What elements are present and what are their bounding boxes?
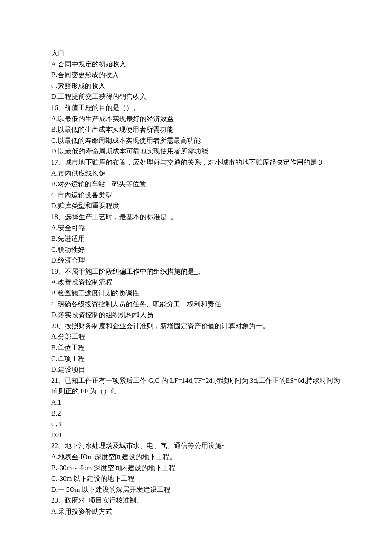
text-line: 23、政府对_项目实行核准制。 bbox=[51, 495, 341, 506]
text-line: C.市内运输设备类型 bbox=[51, 190, 341, 201]
text-line: A.改善投资控制流程 bbox=[51, 277, 341, 288]
text-line: B.单位工程 bbox=[51, 342, 341, 353]
text-line: D.贮库类型和重要程度 bbox=[51, 200, 341, 211]
text-line: A.采用投资补助方式 bbox=[51, 506, 341, 517]
text-line: A.合同中规定的初始收入 bbox=[51, 59, 341, 70]
text-line: B.对外运输的车站、码头等位置 bbox=[51, 179, 341, 190]
text-line: C.以最低的寿命周期成本实现使用者所需最高功能 bbox=[51, 135, 341, 146]
text-line: D.落实投资控制的组织机构和人员 bbox=[51, 309, 341, 321]
text-line: C.单项工程 bbox=[51, 353, 341, 364]
text-line: 16、价值工程的目的是（）。 bbox=[51, 102, 341, 113]
text-line: D.经济合理 bbox=[51, 255, 341, 266]
text-line: B.先进适用 bbox=[51, 233, 341, 244]
text-line: D.以最低的寿命周期成本可靠地实现使用者所需功能 bbox=[51, 146, 341, 157]
text-line: A.以最低的生产成本实现最好的经济效益 bbox=[51, 113, 341, 124]
text-line: 20、按照财务制度和企业会计准则，新增固定资产价值的计算对象为一。 bbox=[51, 321, 341, 332]
text-line: 19、不属于施工阶段纠偏工作中的组织措施的是_。 bbox=[51, 266, 341, 277]
text-line: D.建设项目 bbox=[51, 364, 341, 375]
text-line: 入口 bbox=[51, 48, 341, 59]
text-line: B.-30m～-Iom 深度空间内建设的地下工程 bbox=[51, 462, 341, 474]
text-line: 21、已知工作正有一项紧后工作 G,G 的 LF=14d,TF=2d,持续时间为… bbox=[51, 375, 341, 397]
text-line: A.安全可靠 bbox=[51, 223, 341, 234]
text-line: B.检查施工进度计划的协调性 bbox=[51, 288, 341, 299]
text-line: 18、选择生产工艺时，最基本的标准是_。 bbox=[51, 211, 341, 223]
text-line: C,3 bbox=[51, 419, 341, 430]
text-line: B.2 bbox=[51, 408, 341, 419]
document-body: 入口A.合同中规定的初始收入B.合同变更形成的收入C.索赔形成的收入D.工程提前… bbox=[51, 48, 341, 517]
text-line: B.以最低的生产成本实现使用者所需功能 bbox=[51, 124, 341, 135]
text-line: D.工程提前交工获得的销售收入 bbox=[51, 91, 341, 102]
text-line: A.地表至-IOm 深度空间建设的地下工程。 bbox=[51, 451, 341, 462]
text-line: A.市内供应线长短 bbox=[51, 168, 341, 179]
text-line: 22、地下污水处理场及城市水、电、气、通信等公用设施• bbox=[51, 440, 341, 451]
text-line: C.索赔形成的收入 bbox=[51, 81, 341, 92]
text-line: A.1 bbox=[51, 397, 341, 408]
text-line: A.分部工程 bbox=[51, 331, 341, 342]
text-line: 17、城市地下贮库的布置，应处理好与交通的关系，对小城市的地下贮库起决定作用的是… bbox=[51, 157, 341, 168]
text-line: D.4 bbox=[51, 430, 341, 441]
text-line: D.一 5Om 以下建设的深层开发建设工程 bbox=[51, 484, 341, 495]
text-line: C.明确各级投资控制人员的任务、职能分工、权利和责任 bbox=[51, 299, 341, 310]
text-line: C.联动性好 bbox=[51, 244, 341, 255]
text-line: B.合同变更形成的收入 bbox=[51, 69, 341, 81]
text-line: C.-30m 以下建设的地下工程 bbox=[51, 473, 341, 484]
